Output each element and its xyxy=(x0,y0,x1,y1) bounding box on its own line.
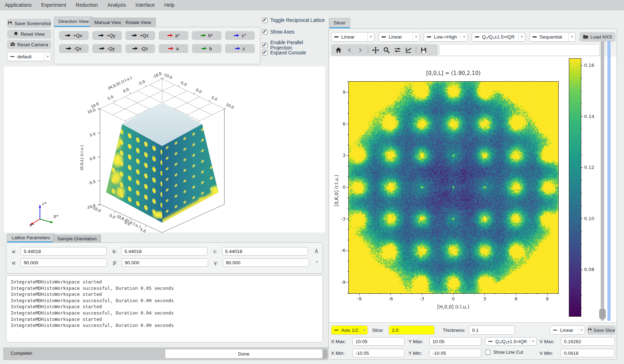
xmin-input[interactable] xyxy=(352,349,405,357)
lattice-input[interactable] xyxy=(20,247,107,256)
scale-combo[interactable]: Linear xyxy=(550,325,585,335)
axis-tick-label: 5.0 xyxy=(211,95,218,101)
tab-label: Rotate View xyxy=(125,20,151,25)
checkbox-icon[interactable] xyxy=(262,18,267,23)
customize-icon[interactable] xyxy=(404,46,413,54)
menu-bar: ApplicationsExperimentReductionAnalysisI… xyxy=(0,0,624,10)
direction-button-cstar[interactable]: c* xyxy=(225,31,255,40)
option-expand-console[interactable]: Expand Console xyxy=(262,50,306,55)
menu-item-interface[interactable]: Interface xyxy=(136,2,155,8)
menu-item-help[interactable]: Help xyxy=(164,2,175,8)
axis-tick-label: -5.0 xyxy=(137,79,146,86)
toolbar-separator xyxy=(416,47,416,53)
y-tick-label: 6 xyxy=(334,121,346,127)
tab-direction-view[interactable]: Direction View xyxy=(54,17,93,27)
direction-button-label: a* xyxy=(175,33,180,38)
reset-view-button[interactable]: Reset View xyxy=(7,30,51,39)
slicer-combo-2[interactable]: Low->High xyxy=(424,32,468,42)
lattice-input[interactable] xyxy=(223,258,309,267)
direction-button-c[interactable]: c xyxy=(225,44,255,53)
slicer-combo-1[interactable]: Linear xyxy=(378,32,420,42)
slice-input[interactable] xyxy=(389,325,435,335)
axis-tick-label: -5.0 xyxy=(179,80,188,87)
colorbar-range-slider[interactable] xyxy=(601,41,604,321)
direction-button-+Qx[interactable]: +Qx xyxy=(59,31,89,40)
slicer-combo-4[interactable]: Sequential xyxy=(529,32,576,42)
lattice-input[interactable] xyxy=(222,247,308,256)
lattice-input[interactable] xyxy=(121,247,207,256)
save-slice-button[interactable]: Save Slice xyxy=(587,325,616,335)
option-label: Show Axes xyxy=(270,29,294,35)
menu-item-applications[interactable]: Applications xyxy=(5,2,32,8)
xmax-input[interactable] xyxy=(352,337,405,346)
tab-rotate-view[interactable]: Rotate View xyxy=(121,18,156,27)
resize-grip[interactable] xyxy=(323,350,328,358)
thickness-input[interactable] xyxy=(469,325,515,335)
lattice-field-label: α: xyxy=(12,260,20,265)
show-line-cut-option[interactable]: Show Line Cut xyxy=(485,350,523,355)
save-screenshot-button[interactable]: Save Screenshot xyxy=(7,19,51,28)
slicer-combo-3[interactable]: Q₃/Q₁±1.5×IQR xyxy=(472,32,525,42)
direction-button--Qz[interactable]: -Qz xyxy=(125,44,155,53)
pan-icon[interactable] xyxy=(371,46,380,54)
direction-button-bstar[interactable]: b* xyxy=(192,31,222,40)
ymin-input[interactable] xyxy=(429,349,481,357)
direction-button-+Qz[interactable]: +Qz xyxy=(125,31,155,40)
log-console[interactable]: IntegrateMDHistoWorkspace started Integr… xyxy=(6,275,323,342)
colorbar-range-slider-handle[interactable] xyxy=(599,309,606,319)
direction-button--Qy[interactable]: -Qy xyxy=(92,44,122,53)
reset-camera-button[interactable]: Reset Camera xyxy=(7,40,51,49)
subplots-icon[interactable] xyxy=(393,46,402,54)
tab-slicer[interactable]: Slicer xyxy=(329,18,350,28)
tab-sample-orientation[interactable]: Sample Orientation xyxy=(53,235,101,242)
option-toggle-reciprocal-lattice[interactable]: Toggle Reciprocal Lattice xyxy=(262,18,325,23)
dash-icon xyxy=(334,36,339,37)
save-icon[interactable] xyxy=(419,46,428,54)
menu-item-experiment[interactable]: Experiment xyxy=(41,2,66,8)
forward-icon[interactable] xyxy=(356,46,365,54)
slicer-combo-0[interactable]: Linear xyxy=(331,32,375,42)
checkbox-icon[interactable] xyxy=(262,29,267,35)
slice-heatmap[interactable] xyxy=(330,57,617,322)
direction-button-label: +Qy xyxy=(106,33,115,38)
lattice-input[interactable] xyxy=(122,258,208,267)
menu-item-reduction[interactable]: Reduction xyxy=(76,2,98,8)
lattice-unit: ° xyxy=(316,260,318,265)
dash-icon xyxy=(427,36,431,37)
ymax-input[interactable] xyxy=(429,337,481,346)
checkbox-icon[interactable] xyxy=(262,50,267,55)
direction-button-+Qy[interactable]: +Qy xyxy=(92,31,122,40)
ymin-label: Y Min: xyxy=(408,349,422,357)
load-nxs-button[interactable]: Load NXS xyxy=(579,32,616,42)
direction-button-b[interactable]: b xyxy=(192,44,222,53)
option-show-axes[interactable]: Show Axes xyxy=(262,29,294,35)
axis-combo[interactable]: Axis 1/2 xyxy=(331,325,368,335)
tab-lattice-parameters[interactable]: Lattice Parameters xyxy=(7,234,55,242)
vmax-input[interactable] xyxy=(561,337,615,346)
direction-button--Qx[interactable]: -Qx xyxy=(59,44,89,53)
show-line-cut-checkbox[interactable] xyxy=(485,350,490,355)
tab-label: Sample Orientation xyxy=(57,236,96,241)
mpl-coordinate-readout xyxy=(439,44,600,56)
lattice-unit: Å xyxy=(315,249,318,254)
checkbox-icon[interactable] xyxy=(262,43,267,48)
vmin-input[interactable] xyxy=(561,349,615,357)
home-icon[interactable] xyxy=(334,46,343,54)
direction-button-label: +Qz xyxy=(140,33,148,38)
direction-button-astar[interactable]: a* xyxy=(159,31,188,40)
option-enable-parallel-projection[interactable]: Enable Parallel Projection xyxy=(262,40,326,51)
clim-combo[interactable]: Q₃/Q₁±1.5×IQR xyxy=(485,337,537,346)
arrow-icon xyxy=(167,34,173,37)
combo-value: Linear xyxy=(389,34,402,40)
colorbar-tick-label: 0.10 xyxy=(584,216,602,221)
colorbar-level-slider[interactable] xyxy=(607,41,611,321)
back-icon[interactable] xyxy=(345,46,354,54)
volume-3d-plot: 10.05.00.0-5.0-10.0(H,0,0) (r.l.u.)-10.0… xyxy=(4,66,325,233)
direction-button-a[interactable]: a xyxy=(159,44,188,53)
chevron-down-icon xyxy=(413,33,419,41)
volume-3d-viewport[interactable]: 10.05.00.0-5.0-10.0(H,0,0) (r.l.u.)-10.0… xyxy=(4,66,325,233)
preset-combo[interactable]: default xyxy=(7,52,51,61)
lattice-input[interactable] xyxy=(20,258,107,267)
menu-item-analysis[interactable]: Analysis xyxy=(107,2,126,8)
zoom-icon[interactable] xyxy=(382,46,391,54)
